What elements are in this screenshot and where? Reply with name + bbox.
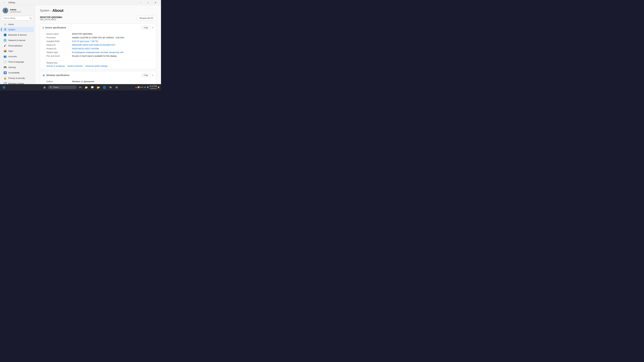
spec-label: System type (46, 51, 72, 53)
privacy-icon: 🔒 (4, 77, 7, 80)
breadcrumb-parent: System (40, 9, 50, 12)
user-name: Admin (10, 8, 21, 11)
sidebar-item-network[interactable]: 🌐 Network & internet (1, 38, 34, 43)
advanced-system-settings-link[interactable]: Advanced system settings (85, 65, 108, 67)
taskbar-left: 🌐 (1, 85, 6, 90)
spec-label: Installed RAM (46, 40, 72, 42)
home-icon: ⌂ (4, 23, 7, 26)
windows-start-icon: ⊞ (44, 86, 46, 89)
sidebar-item-label: Bluetooth & devices (8, 34, 27, 36)
copy-windows-specs-button[interactable]: Copy (141, 73, 150, 77)
taskbar-browser-icon[interactable]: 🌐 (1, 85, 6, 90)
network-tray-icon: 📶 (137, 86, 140, 88)
sidebar-item-accounts[interactable]: 👥 Accounts (1, 54, 34, 59)
info-icon: ℹ (43, 26, 44, 29)
device-specs-title: Device specifications (45, 26, 66, 29)
spec-row-pen-touch: Pen and touch No pen or touch input is a… (46, 54, 154, 58)
windows-specs-header[interactable]: ⊞ Windows specifications Copy ∧ (40, 71, 156, 79)
user-role: Local Account (10, 11, 21, 13)
taskbar-game-icon[interactable]: 🎮 (78, 85, 83, 90)
sidebar-item-apps[interactable]: 📦 Apps (1, 48, 34, 54)
spec-value: DESKTOP-Q92ONMJ (72, 33, 154, 35)
system-tray: ▲ 📶 РУС 🔊 🔋 (135, 86, 149, 88)
sidebar-item-gaming[interactable]: 🎮 Gaming (1, 65, 34, 70)
pc-header: Rename this PC DESKTOP-Q92ONMJ N85_N87HC… (40, 16, 156, 21)
device-specs-header[interactable]: ℹ Device specifications Copy ∧ (40, 24, 156, 31)
network-icon: 🌐 (4, 39, 7, 42)
search-box: 🔍 (2, 16, 33, 20)
personalization-icon: 🖌 (4, 44, 7, 47)
taskbar-search[interactable]: 🔍 Поиск (48, 85, 77, 89)
spec-label: Device ID (46, 44, 72, 46)
sidebar-item-label: Personalization (8, 44, 22, 47)
spec-label: Device name (46, 33, 72, 35)
section-header-left: ℹ Device specifications (43, 26, 66, 29)
chevron-up-icon: ∧ (152, 74, 154, 76)
minimize-button[interactable]: − (137, 0, 144, 5)
search-icon: 🔍 (30, 17, 32, 19)
accounts-icon: 👥 (4, 55, 7, 58)
system-icon: 🖥 (4, 28, 7, 31)
sidebar-item-privacy[interactable]: 🔒 Privacy & security (1, 75, 34, 81)
taskbar-search-icon: 🔍 (50, 86, 52, 88)
time-icon: 🕐 (4, 60, 7, 63)
sidebar-item-label: Apps (8, 50, 13, 52)
user-section: 👤 Admin Local Account (0, 6, 35, 15)
maximize-button[interactable]: □ (144, 0, 152, 5)
spec-value: Intel(R) Core(TM) i3-7100H CPU @ 3.00GHz… (72, 36, 154, 39)
rename-pc-button[interactable]: Rename this PC (137, 16, 156, 20)
spec-value: 00325-96152-09227-AAOEM (72, 47, 154, 50)
taskbar-files-icon[interactable]: 📁 (84, 85, 89, 90)
device-specs-body: Device name DESKTOP-Q92ONMJ Processor In… (40, 31, 156, 60)
windows-specs-body: Edition Windows 11 Домашняя Version 22H2… (40, 79, 156, 84)
section-actions: Copy ∧ (141, 73, 154, 77)
gaming-icon: 🎮 (4, 66, 7, 69)
spec-row-processor: Processor Intel(R) Core(TM) i3-7100H CPU… (46, 36, 154, 39)
start-button[interactable]: ⊞ (42, 85, 47, 90)
search-input[interactable] (2, 16, 33, 20)
device-specs-section: ℹ Device specifications Copy ∧ Device na… (40, 24, 156, 69)
system-protection-link[interactable]: System protection (68, 65, 83, 67)
windows-specs-section: ⊞ Windows specifications Copy ∧ Edition … (40, 71, 156, 84)
spec-row-ram: Installed RAM 8.00 ГБ (доступно: 7.89 ГБ… (46, 39, 154, 43)
window-title: Settings (8, 1, 15, 4)
notification-icon[interactable]: 🔔 (158, 86, 160, 88)
tray-arrow-icon[interactable]: ▲ (135, 86, 137, 88)
taskbar-store-icon[interactable]: 🛍 (108, 85, 113, 90)
section-header-left: ⊞ Windows specifications (43, 74, 70, 77)
spec-value: 8.00 ГБ (доступно: 7.89 ГБ) (72, 40, 154, 42)
taskbar-edge-icon[interactable]: 🌐 (102, 85, 107, 90)
windows-icon: ⊞ (43, 74, 45, 77)
sidebar-item-time[interactable]: 🕐 Time & language (1, 59, 34, 64)
spec-value: Windows 11 Домашняя (72, 80, 154, 83)
taskbar-settings-icon[interactable]: ⚙ (114, 85, 119, 90)
sidebar-item-system[interactable]: 🖥 System (1, 27, 34, 32)
sidebar-item-label: Accounts (8, 55, 17, 58)
back-button[interactable]: ← (2, 0, 7, 5)
domain-workgroup-link[interactable]: Domain or workgroup (46, 65, 65, 67)
apps-icon: 📦 (4, 49, 7, 52)
copy-device-specs-button[interactable]: Copy (141, 26, 150, 29)
user-info: Admin Local Account (10, 8, 21, 13)
sidebar-item-accessibility[interactable]: ♿ Accessibility (1, 70, 34, 75)
window-controls: − □ ✕ (137, 0, 159, 5)
settings-window: ← Settings − □ ✕ 👤 Admin Local Account (0, 0, 161, 90)
sidebar-item-bluetooth[interactable]: 🔵 Bluetooth & devices (1, 32, 34, 37)
section-actions: Copy ∧ (141, 26, 154, 29)
taskbar-explorer-icon[interactable]: 📂 (96, 85, 101, 90)
sound-icon: 🔊 (144, 86, 146, 88)
sidebar-item-home[interactable]: ⌂ Home (1, 22, 34, 27)
taskbar-chat-icon[interactable]: 💬 (90, 85, 95, 90)
sidebar-item-personalization[interactable]: 🖌 Personalization (1, 43, 34, 48)
spec-label: Pen and touch (46, 55, 72, 57)
spec-row-device-id: Device ID 99D03ABF-E829-410E-9A9D-EAADA9… (46, 43, 154, 47)
spec-label: Processor (46, 36, 72, 39)
breadcrumb-current: About (52, 8, 64, 13)
clock-date: 4/29/2024 (150, 87, 157, 90)
active-indicator (1, 28, 2, 31)
bluetooth-icon: 🔵 (4, 33, 7, 36)
close-button[interactable]: ✕ (152, 0, 159, 5)
spec-value: 99D03ABF-E829-410E-9A9D-EAADA9E37437 (72, 44, 154, 46)
accessibility-icon: ♿ (4, 71, 7, 74)
sidebar-item-update[interactable]: 🔄 Windows Update (1, 81, 34, 84)
